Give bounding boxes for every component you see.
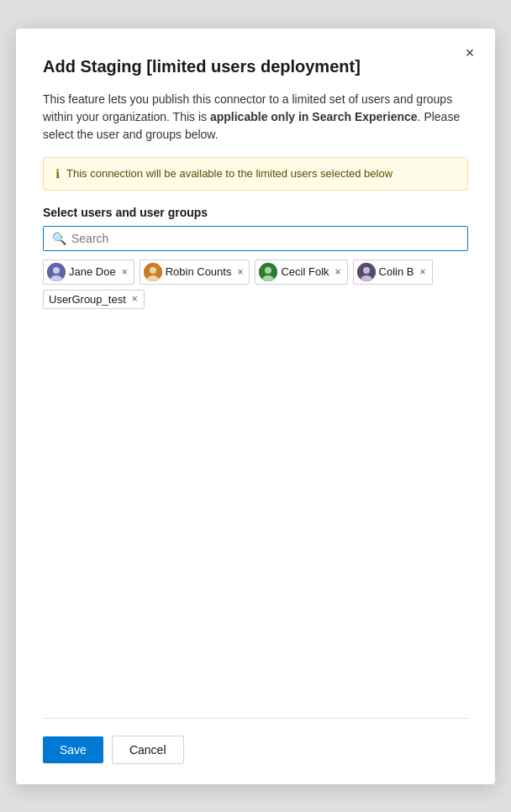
remove-colin-b-button[interactable]: × — [419, 267, 426, 277]
avatar-cecil-folk — [259, 263, 277, 281]
group-tag-usergroup-test: UserGroup_test × — [43, 290, 145, 309]
user-tag-robin-counts: Robin Counts × — [140, 259, 250, 285]
remove-robin-counts-button[interactable]: × — [236, 267, 244, 277]
remove-cecil-folk-button[interactable]: × — [335, 267, 342, 277]
modal-overlay: × Add Staging [limited users deployment]… — [0, 0, 511, 812]
close-button[interactable]: × — [458, 42, 482, 65]
user-tag-jane-doe: Jane Doe × — [43, 259, 134, 285]
remove-jane-doe-button[interactable]: × — [121, 267, 129, 277]
user-tag-cecil-folk: Cecil Folk × — [255, 259, 347, 285]
svg-point-10 — [363, 267, 370, 274]
cancel-button[interactable]: Cancel — [112, 736, 184, 764]
description-bold: applicable only in Search Experience — [210, 110, 418, 123]
tags-row-users: Jane Doe × Robin Counts × — [43, 259, 468, 285]
section-label: Select users and user groups — [43, 206, 468, 219]
tags-row-groups: UserGroup_test × — [43, 290, 468, 309]
user-name-robin-counts: Robin Counts — [166, 265, 232, 278]
svg-point-4 — [150, 267, 156, 274]
modal-title: Add Staging [limited users deployment] — [43, 55, 468, 77]
modal-dialog: × Add Staging [limited users deployment]… — [16, 29, 495, 784]
remove-usergroup-test-button[interactable]: × — [131, 294, 139, 304]
modal-footer: Save Cancel — [43, 718, 468, 764]
modal-description: This feature lets you publish this conne… — [43, 91, 468, 144]
user-name-cecil-folk: Cecil Folk — [281, 265, 329, 278]
svg-point-7 — [265, 267, 271, 274]
save-button[interactable]: Save — [43, 736, 103, 763]
svg-point-1 — [53, 267, 60, 274]
search-input[interactable] — [71, 232, 459, 245]
search-icon: 🔍 — [52, 232, 66, 245]
group-name-usergroup-test: UserGroup_test — [49, 293, 126, 306]
content-area: Jane Doe × Robin Counts × — [43, 259, 468, 718]
avatar-colin-b — [357, 263, 376, 281]
user-name-jane-doe: Jane Doe — [69, 265, 116, 278]
avatar-robin-counts — [144, 263, 162, 281]
search-box[interactable]: 🔍 — [43, 226, 468, 251]
avatar-jane-doe — [47, 263, 66, 281]
user-tag-colin-b: Colin B × — [353, 259, 433, 285]
info-icon: ℹ — [55, 167, 60, 181]
info-banner-text: This connection will be available to the… — [66, 166, 392, 181]
user-name-colin-b: Colin B — [379, 265, 414, 278]
info-banner: ℹ This connection will be available to t… — [43, 157, 468, 191]
